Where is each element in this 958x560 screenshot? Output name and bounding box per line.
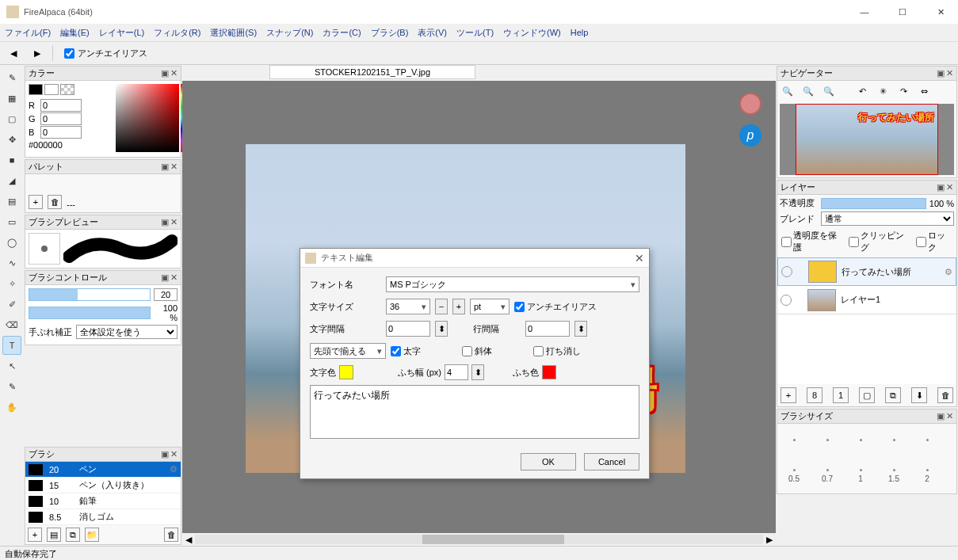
text-color-swatch[interactable]: [339, 365, 353, 379]
edge-width-input[interactable]: 4: [445, 364, 468, 380]
alpaca-badge-icon[interactable]: [739, 93, 761, 115]
size-unit-select[interactable]: pt: [470, 299, 510, 314]
panel-dock-icon[interactable]: ▣: [937, 182, 945, 192]
brush-tool-icon[interactable]: ✎: [2, 68, 21, 87]
brush-opacity-slider[interactable]: [29, 307, 151, 319]
layer-opacity-slider[interactable]: [821, 198, 926, 209]
panel-dock-icon[interactable]: ▣: [161, 162, 169, 172]
layer-merge-icon[interactable]: ⬇: [911, 387, 927, 403]
layer-dup-icon[interactable]: ⧉: [885, 387, 901, 403]
rotate-right-icon[interactable]: ↷: [895, 83, 911, 99]
select-ellipse-tool-icon[interactable]: ◯: [2, 233, 21, 252]
layer-visibility-icon[interactable]: [781, 266, 792, 277]
brush-size-cell[interactable]: [877, 424, 910, 459]
menu-brush[interactable]: ブラシ(B): [371, 27, 409, 39]
align-select[interactable]: 先頭で揃える: [310, 343, 386, 359]
brush-list-item[interactable]: 10鉛筆: [25, 493, 181, 509]
size-minus-button[interactable]: −: [435, 299, 448, 314]
menu-edit[interactable]: 編集(E): [60, 27, 90, 39]
flip-icon[interactable]: ⇔: [916, 83, 932, 99]
panel-dock-icon[interactable]: ▣: [161, 272, 169, 283]
brush-size-cell[interactable]: [844, 424, 877, 459]
eyedropper-tool-icon[interactable]: ✎: [2, 377, 21, 396]
transparent-swatch[interactable]: [60, 84, 74, 95]
menu-tool[interactable]: ツール(T): [456, 27, 494, 39]
brush-add-icon[interactable]: ▤: [47, 528, 61, 542]
panel-close-icon[interactable]: ✕: [946, 68, 953, 78]
panel-close-icon[interactable]: ✕: [170, 217, 177, 227]
line-spacing-input[interactable]: 0: [525, 321, 570, 337]
lasso-tool-icon[interactable]: ∿: [2, 253, 21, 272]
color-r-input[interactable]: [40, 99, 82, 112]
menu-file[interactable]: ファイル(F): [5, 27, 51, 39]
edge-color-swatch[interactable]: [542, 365, 556, 379]
panel-dock-icon[interactable]: ▣: [161, 217, 169, 227]
brush-size-cell[interactable]: 1: [844, 459, 877, 493]
brush-size-cell[interactable]: [910, 424, 944, 459]
panel-close-icon[interactable]: ✕: [170, 449, 177, 459]
char-spacing-input[interactable]: 0: [386, 321, 430, 337]
dialog-close-icon[interactable]: ✕: [635, 252, 644, 265]
menu-view[interactable]: 表示(V): [418, 27, 447, 39]
menu-window[interactable]: ウィンドウ(W): [503, 27, 561, 39]
text-content-textarea[interactable]: 行ってみたい場所: [310, 385, 639, 439]
layer-item[interactable]: 行ってみたい場所⚙: [777, 257, 956, 286]
clipping-checkbox[interactable]: クリッピング: [849, 230, 910, 253]
layer-delete-icon[interactable]: 🗑: [937, 387, 953, 403]
gradient-tool-icon[interactable]: ▤: [2, 192, 21, 211]
object-tool-icon[interactable]: ↖: [2, 356, 21, 375]
panel-close-icon[interactable]: ✕: [170, 68, 177, 78]
menu-snap[interactable]: スナップ(N): [266, 27, 313, 39]
layer-settings-icon[interactable]: ⚙: [945, 267, 952, 277]
bold-checkbox[interactable]: 太字: [391, 345, 421, 357]
cancel-button[interactable]: Cancel: [584, 453, 639, 470]
color-b-input[interactable]: [40, 126, 82, 139]
zoom-fit-icon[interactable]: 🔍: [821, 83, 837, 99]
brush-size-slider[interactable]: [29, 288, 151, 301]
brush-list-item[interactable]: 20ペン⚙: [25, 462, 181, 478]
select-rect-tool-icon[interactable]: ▭: [2, 212, 21, 231]
brush-list-item[interactable]: 15ペン（入り抜き）: [25, 478, 181, 493]
palette-add-icon[interactable]: +: [29, 195, 43, 209]
charsp-spinner[interactable]: ⬍: [435, 321, 448, 337]
layer-folder-icon[interactable]: ▢: [859, 387, 875, 403]
brush-size-cell[interactable]: 0.7: [811, 459, 844, 493]
layer-visibility-icon[interactable]: [781, 295, 792, 306]
color-sv-picker[interactable]: [116, 84, 179, 152]
menu-filter[interactable]: フィルタ(R): [154, 27, 200, 39]
bucket-tool-icon[interactable]: ◢: [2, 171, 21, 190]
bg-color-swatch[interactable]: [44, 84, 59, 95]
menu-color[interactable]: カラー(C): [323, 27, 361, 39]
antialias-dialog-checkbox[interactable]: アンチエイリアス: [514, 301, 597, 313]
panel-dock-icon[interactable]: ▣: [161, 68, 169, 78]
selecterase-tool-icon[interactable]: ⌫: [2, 315, 21, 334]
menu-help[interactable]: Help: [571, 28, 589, 37]
brush-dup-icon[interactable]: ⧉: [66, 528, 80, 542]
palette-delete-icon[interactable]: 🗑: [48, 195, 62, 209]
eraser-tool-icon[interactable]: ▢: [2, 109, 21, 128]
brush-new-icon[interactable]: +: [28, 528, 42, 542]
panel-dock-icon[interactable]: ▣: [161, 449, 169, 459]
fill-tool-icon[interactable]: ■: [2, 150, 21, 170]
size-plus-button[interactable]: +: [452, 299, 465, 314]
pixiv-badge-icon[interactable]: p: [739, 124, 761, 147]
layer-new-icon[interactable]: +: [781, 387, 796, 403]
ok-button[interactable]: OK: [521, 453, 576, 470]
panel-close-icon[interactable]: ✕: [946, 182, 953, 192]
navigator-preview[interactable]: 行ってみたい場所: [780, 104, 954, 175]
dottool-icon[interactable]: ▦: [2, 89, 21, 108]
edge-width-spinner[interactable]: ⬍: [471, 364, 484, 380]
brush-folder-icon[interactable]: 📁: [85, 528, 99, 542]
protect-alpha-checkbox[interactable]: 透明度を保護: [781, 230, 842, 253]
brush-size-cell[interactable]: [777, 424, 811, 459]
panel-close-icon[interactable]: ✕: [170, 272, 177, 283]
selectpen-tool-icon[interactable]: ✐: [2, 295, 21, 314]
antialias-checkbox[interactable]: アンチエイリアス: [64, 48, 147, 59]
horizontal-scrollbar[interactable]: ◀▶: [182, 533, 776, 546]
linesp-spinner[interactable]: ⬍: [574, 321, 587, 337]
brush-size-cell[interactable]: 0.5: [777, 459, 811, 493]
zoom-in-icon[interactable]: 🔍: [780, 83, 796, 99]
rotate-reset-icon[interactable]: ✳: [875, 83, 891, 99]
zoom-out-icon[interactable]: 🔍: [800, 83, 816, 99]
minimize-button[interactable]: —: [853, 7, 876, 17]
